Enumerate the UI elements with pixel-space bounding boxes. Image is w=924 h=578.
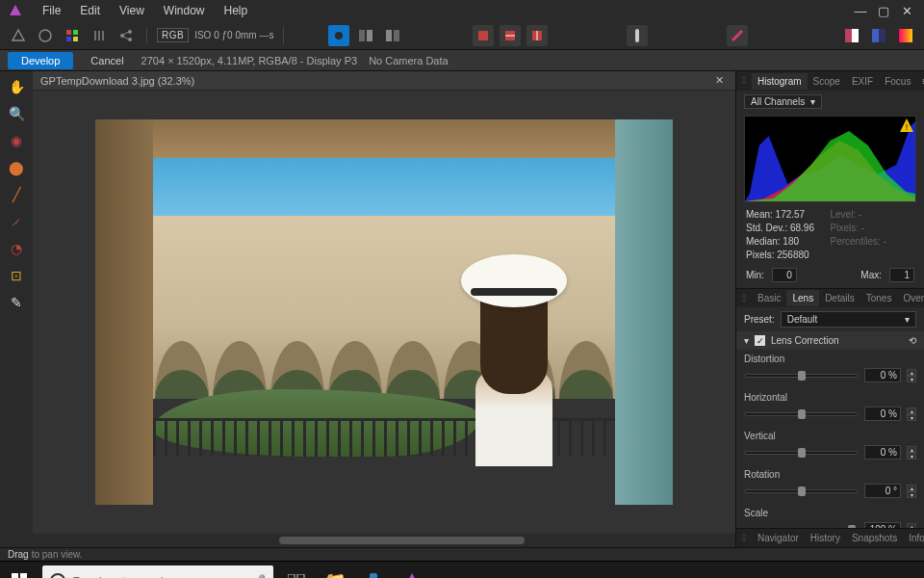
slider-track-3[interactable]: [744, 489, 859, 493]
horizontal-scrollbar[interactable]: [33, 534, 735, 547]
app-taskbar-icon-1[interactable]: [354, 562, 393, 579]
step-up-1[interactable]: ▴: [907, 407, 916, 414]
menu-file[interactable]: File: [33, 1, 70, 20]
slider-track-2[interactable]: [744, 451, 859, 455]
bottom-panel-tabs: ⦙⦙ Navigator History Snapshots Info ≡: [736, 528, 924, 547]
overlay-brush-icon[interactable]: ╱: [5, 183, 28, 206]
slider-thumb-4[interactable]: [848, 525, 856, 529]
tab-navigator[interactable]: Navigator: [752, 530, 805, 546]
slider-value-0[interactable]: 0 %: [864, 368, 901, 382]
slider-thumb-1[interactable]: [798, 409, 806, 419]
slider-thumb-0[interactable]: [798, 371, 806, 381]
slider-value-3[interactable]: 0 °: [864, 484, 901, 498]
tab-lens[interactable]: Lens: [786, 290, 819, 306]
tab-focus[interactable]: Focus: [879, 73, 916, 90]
menu-edit[interactable]: Edit: [70, 1, 110, 20]
taskbar-search[interactable]: Type here to search 🎤: [42, 565, 273, 579]
svg-rect-15: [394, 30, 399, 41]
auto-adjust-icon[interactable]: [727, 25, 748, 46]
mirror-view-icon[interactable]: [382, 25, 403, 46]
swatch2-icon[interactable]: [868, 25, 889, 46]
swatch1-icon[interactable]: [841, 25, 862, 46]
task-view-icon[interactable]: [277, 562, 316, 579]
slider-track-4[interactable]: [744, 528, 859, 529]
slider-label-4: Scale: [744, 508, 916, 518]
slider-thumb-2[interactable]: [798, 448, 806, 458]
channels-dropdown[interactable]: All Channels ▾: [744, 94, 822, 109]
blemish-tool-icon[interactable]: ⬤: [5, 156, 28, 179]
step-up-3[interactable]: ▴: [907, 485, 916, 491]
tab-scope[interactable]: Scope: [808, 73, 846, 90]
start-button[interactable]: [0, 562, 38, 579]
step-down-1[interactable]: ▾: [907, 414, 916, 421]
lens-correction-checkbox[interactable]: ✓: [755, 335, 765, 346]
circle-tool-icon[interactable]: [35, 25, 56, 46]
tab-overlays[interactable]: Overlays: [897, 290, 924, 306]
tab-history[interactable]: History: [805, 530, 846, 546]
overlay-erase-icon[interactable]: ⟋: [5, 210, 28, 233]
tab-exif[interactable]: EXIF: [846, 73, 879, 90]
step-down-3[interactable]: ▾: [907, 491, 916, 498]
close-icon[interactable]: ✕: [901, 5, 912, 16]
hand-tool-icon[interactable]: ✋: [5, 75, 28, 98]
menu-help[interactable]: Help: [215, 1, 258, 20]
develop-button[interactable]: Develop: [8, 52, 73, 69]
color-cube-icon[interactable]: [62, 25, 83, 46]
tab-details[interactable]: Details: [819, 290, 860, 306]
max-input[interactable]: 1: [889, 268, 914, 282]
white-balance-icon[interactable]: ✎: [5, 291, 28, 314]
step-up-0[interactable]: ▴: [907, 369, 916, 376]
document-tab[interactable]: GPTempDownload 3.jpg (32.3%) ✕: [33, 71, 735, 91]
step-down-0[interactable]: ▾: [907, 376, 916, 382]
menu-view[interactable]: View: [110, 1, 154, 20]
cancel-button[interactable]: Cancel: [85, 52, 129, 69]
share-icon[interactable]: [116, 25, 137, 46]
slider-track-1[interactable]: [744, 412, 859, 416]
slider-thumb-3[interactable]: [798, 486, 806, 496]
file-explorer-icon[interactable]: 📁: [316, 562, 354, 579]
rotate-cw-icon[interactable]: [500, 25, 521, 46]
redeye-tool-icon[interactable]: ◉: [5, 129, 28, 152]
panel-menu-icon[interactable]: ≡: [916, 76, 924, 87]
swatch3-icon[interactable]: [895, 25, 916, 46]
zoom-tool-icon[interactable]: 🔍: [5, 102, 28, 125]
tab-basic[interactable]: Basic: [752, 290, 786, 306]
step-up-2[interactable]: ▴: [907, 446, 916, 453]
flip-icon[interactable]: [526, 25, 548, 46]
adjust-tabs: ⦙⦙ Basic Lens Details Tones Overlays: [736, 288, 924, 307]
photo-preview: [95, 119, 673, 505]
canvas-viewport[interactable]: [33, 91, 735, 534]
single-view-icon[interactable]: [328, 25, 349, 46]
mirror-icon[interactable]: [89, 25, 110, 46]
reset-icon[interactable]: ⟲: [909, 335, 916, 346]
persona-icon[interactable]: [8, 25, 29, 46]
panel-grip-icon[interactable]: ⦙⦙: [736, 533, 752, 544]
slider-track-0[interactable]: [744, 374, 859, 378]
tab-tones[interactable]: Tones: [860, 290, 898, 306]
tab-info[interactable]: Info: [903, 530, 924, 546]
slider-value-2[interactable]: 0 %: [864, 445, 901, 460]
slider-value-1[interactable]: 0 %: [864, 407, 901, 421]
affinity-taskbar-icon[interactable]: [393, 562, 431, 579]
min-input[interactable]: 0: [772, 268, 797, 282]
minimize-icon[interactable]: —: [855, 5, 866, 16]
mic-icon[interactable]: 🎤: [252, 574, 266, 578]
overlay-gradient-icon[interactable]: ◔: [5, 237, 28, 260]
crop-tool-icon[interactable]: ⊡: [5, 264, 28, 287]
document-tab-close-icon[interactable]: ✕: [711, 74, 728, 87]
step-down-2[interactable]: ▾: [907, 453, 916, 460]
tab-histogram[interactable]: Histogram: [752, 73, 808, 90]
tab-snapshots[interactable]: Snapshots: [846, 530, 903, 546]
panel-grip-icon[interactable]: ⦙⦙: [736, 293, 752, 304]
menubar: File Edit View Window Help — ▢ ✕: [0, 0, 924, 21]
rotate-ccw-icon[interactable]: [473, 25, 494, 46]
panel-grip-icon[interactable]: ⦙⦙: [736, 75, 752, 87]
maximize-icon[interactable]: ▢: [878, 5, 889, 16]
menu-window[interactable]: Window: [154, 1, 215, 20]
lens-correction-header[interactable]: ▾ ✓ Lens Correction ⟲: [736, 331, 924, 350]
scrollbar-thumb[interactable]: [279, 537, 526, 544]
split-view-icon[interactable]: [355, 25, 376, 46]
info-tool-icon[interactable]: [627, 25, 648, 46]
expand-icon[interactable]: ▾: [744, 335, 749, 346]
preset-dropdown[interactable]: Default ▾: [781, 311, 916, 328]
